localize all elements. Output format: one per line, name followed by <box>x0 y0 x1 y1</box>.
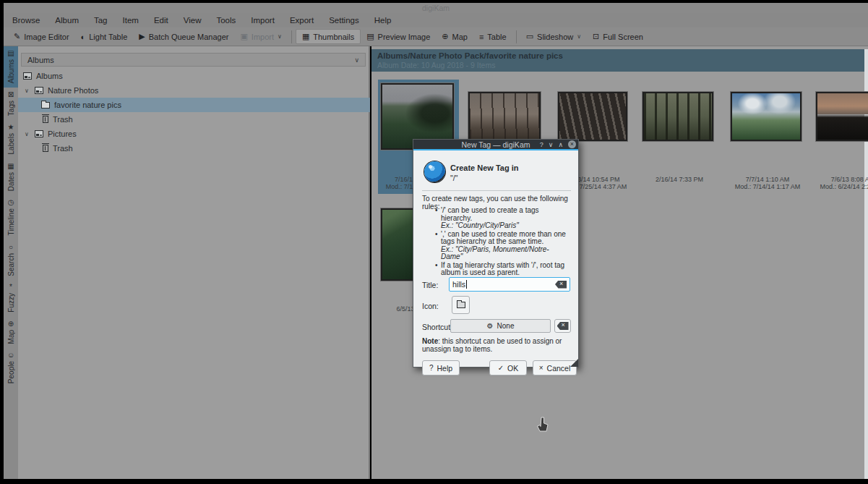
sidebar-tab-search[interactable]: ○ Search <box>4 240 18 281</box>
title-label: Title: <box>422 281 438 289</box>
check-icon: ✓ <box>498 364 504 372</box>
menu-item[interactable]: Item <box>123 16 139 25</box>
photo-thumbnail[interactable] <box>468 92 541 141</box>
screen: digiKam Browse Album Tag Item Edit View … <box>0 0 868 484</box>
toolbar: ✎ Image Editor ◐ Light Table ▶ Batch Que… <box>4 27 868 46</box>
photo-thumbnail[interactable] <box>816 92 868 141</box>
icon-label: Icon: <box>422 302 439 310</box>
album-date-label: Album Date: 10 Aug 2018 - 9 Items <box>377 61 859 69</box>
menu-edit[interactable]: Edit <box>154 16 168 25</box>
chevron-down-icon: ∨ <box>354 56 359 64</box>
map-button[interactable]: ⊕ Map <box>436 30 473 43</box>
sidebar-tab-dates[interactable]: ▦ Dates <box>4 159 18 195</box>
albums-panel: Albums ∨ Albums ∨ Nature Photos favorite… <box>18 46 370 479</box>
chevron-down-icon: ∨ <box>577 33 581 40</box>
tree-row-albums[interactable]: Albums <box>18 69 370 83</box>
slideshow-button[interactable]: ▭ Slideshow ∨ <box>520 30 587 43</box>
window-title: digiKam <box>422 4 450 12</box>
full-screen-button[interactable]: ⊡ Full Screen <box>587 30 649 43</box>
menu-browse[interactable]: Browse <box>12 16 40 25</box>
globe-icon: ⊕ <box>442 32 448 41</box>
menubar: Browse Album Tag Item Edit View Tools Im… <box>4 13 868 27</box>
album-header-band: Albums/Nature Photo Pack/favorite nature… <box>371 49 864 72</box>
tree-row-trash-2[interactable]: Trash <box>18 141 370 156</box>
icon-picker-button[interactable] <box>452 296 470 314</box>
close-icon[interactable]: × <box>568 140 576 148</box>
digikam-logo-icon <box>424 161 445 182</box>
light-table-icon: ◐ <box>81 33 86 41</box>
menu-view[interactable]: View <box>184 16 202 25</box>
breadcrumb: Albums/Nature Photo Pack/favorite nature… <box>377 51 859 60</box>
chevron-up-icon[interactable]: ∧ <box>558 141 563 148</box>
thumbnail-tile[interactable]: 7/6/13 8:08 AM Mod.: 6/24/14 2:20 PM <box>812 80 868 194</box>
close-icon: × <box>539 364 543 372</box>
dialog-titlebar[interactable]: New Tag — digiKam ? ∨ ∧ × <box>413 140 578 150</box>
photo-thumbnail[interactable] <box>643 92 713 141</box>
clear-text-icon <box>557 322 569 330</box>
trash-icon <box>43 116 48 123</box>
clear-text-icon[interactable] <box>555 281 567 289</box>
ok-button[interactable]: ✓ OK <box>489 360 527 375</box>
thumbnail-caption: 2/16/14 7:33 PM <box>639 176 720 183</box>
menu-tag[interactable]: Tag <box>94 16 108 25</box>
shortcut-button[interactable]: ⚙ None <box>450 319 551 333</box>
wand-icon: * <box>9 284 12 291</box>
photo-thumbnail[interactable] <box>558 92 627 141</box>
sidebar-tab-timeline[interactable]: ◷ Timeline <box>4 195 18 239</box>
image-editor-button[interactable]: ✎ Image Editor <box>8 30 75 43</box>
preview-image-button[interactable]: ▤ Preview Image <box>361 30 436 43</box>
sidebar-tab-map[interactable]: ⊕ Map <box>4 317 18 348</box>
shortcut-clear-button[interactable] <box>554 319 571 333</box>
image-icon: ▤ <box>366 32 374 41</box>
sidebar-tab-fuzzy[interactable]: * Fuzzy <box>4 280 18 317</box>
menu-settings[interactable]: Settings <box>329 16 359 25</box>
dialog-body: Create New Tag in "/" To create new tags… <box>413 152 578 367</box>
thumbnails-button[interactable]: ▦ Thumbnails <box>296 29 361 44</box>
dialog-heading: Create New Tag in <box>450 164 519 172</box>
sidebar-tab-people[interactable]: ☺ People <box>4 348 18 388</box>
trash-icon <box>43 145 48 152</box>
list-icon: ≡ <box>479 33 484 41</box>
chevron-down-icon[interactable]: ∨ <box>25 131 30 137</box>
gear-icon: ⚙ <box>487 322 494 330</box>
shortcut-label: Shortcut: <box>422 323 452 331</box>
help-button[interactable]: ? Help <box>422 360 460 375</box>
albums-panel-header[interactable]: Albums ∨ <box>21 53 366 67</box>
menu-import[interactable]: Import <box>251 16 275 25</box>
play-icon: ▶ <box>139 32 145 41</box>
pencil-icon: ✎ <box>14 32 20 41</box>
tree-row-trash[interactable]: Trash <box>18 112 370 127</box>
rule-item: ',' can be used to create more than one … <box>435 231 567 261</box>
table-button[interactable]: ≡ Table <box>473 30 512 43</box>
photo-thumbnail[interactable] <box>731 92 802 141</box>
batch-queue-manager-button[interactable]: ▶ Batch Queue Manager <box>133 30 234 43</box>
sidebar-tabstrip: ▤ Albums ⊠ Tags ★ Labels ▦ Dates ◷ Timel… <box>4 46 18 479</box>
hand-cursor-icon <box>536 417 549 433</box>
dialog-help-icon[interactable]: ? <box>540 141 543 148</box>
menu-tools[interactable]: Tools <box>216 16 236 25</box>
sidebar-tab-labels[interactable]: ★ Labels <box>4 120 18 158</box>
chevron-down-icon: ∨ <box>278 33 282 40</box>
menu-album[interactable]: Album <box>55 16 79 25</box>
light-table-button[interactable]: ◐ Light Table <box>75 30 134 43</box>
menu-export[interactable]: Export <box>290 16 314 25</box>
sidebar-tab-albums[interactable]: ▤ Albums <box>4 46 18 88</box>
thumbnail-tile[interactable]: 2/16/14 7:33 PM <box>639 80 720 194</box>
new-tag-dialog: New Tag — digiKam ? ∨ ∧ × Create New Tag… <box>413 139 579 368</box>
person-icon: ☺ <box>7 352 14 359</box>
tree-row-favorite-nature-pics[interactable]: favorite nature pics <box>18 98 370 112</box>
clock-icon: ◷ <box>8 199 14 206</box>
thumbnail-tile[interactable]: 7/7/14 1:10 AM Mod.: 7/14/14 1:17 AM <box>727 80 808 194</box>
grid-icon: ▦ <box>302 32 309 41</box>
tree-row-pictures[interactable]: ∨ Pictures <box>18 127 370 141</box>
title-input[interactable]: hills <box>449 277 570 292</box>
calendar-icon: ▦ <box>7 163 14 170</box>
chevron-down-icon[interactable]: ∨ <box>549 141 554 148</box>
sidebar-tab-tags[interactable]: ⊠ Tags <box>4 88 18 120</box>
chevron-down-icon[interactable]: ∨ <box>25 88 30 94</box>
thumbnail-caption: 7/6/13 8:08 AM <box>812 176 868 183</box>
tag-icon: ⊠ <box>8 91 14 98</box>
tree-row-nature-photos[interactable]: ∨ Nature Photos <box>18 83 370 98</box>
cancel-button[interactable]: × Cancel <box>533 360 577 375</box>
menu-help[interactable]: Help <box>374 16 392 25</box>
